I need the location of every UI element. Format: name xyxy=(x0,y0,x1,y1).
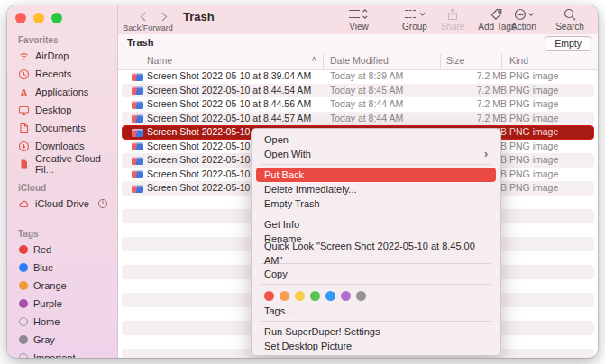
blue-tag-dot xyxy=(19,263,28,272)
sidebar-item-label: Recents xyxy=(35,68,71,79)
sidebar-item-creative-cloud[interactable]: Creative Cloud Fil... xyxy=(7,155,117,173)
group-control[interactable]: Group xyxy=(395,7,435,32)
close-button[interactable] xyxy=(15,13,26,23)
file-kind: PNG image xyxy=(509,112,558,126)
sidebar-item-documents[interactable]: Documents xyxy=(7,119,117,137)
menu-item-label: Open With xyxy=(264,147,311,161)
share-control[interactable]: Share xyxy=(435,7,471,32)
airdrop-icon xyxy=(18,50,30,62)
purple-tag-swatch[interactable] xyxy=(341,291,351,301)
png-thumbnail-icon xyxy=(132,185,143,193)
menu-separator xyxy=(261,164,491,165)
menu-separator xyxy=(261,321,491,322)
sidebar-item-label: Applications xyxy=(35,86,88,97)
recents-icon xyxy=(18,68,30,80)
png-thumbnail-icon xyxy=(132,170,143,178)
menu-item-put-back[interactable]: Put Back xyxy=(256,168,496,182)
menu-item-delete-immediately[interactable]: Delete Immediately... xyxy=(252,182,500,196)
blue-tag-swatch[interactable] xyxy=(325,291,335,301)
sidebar-item-applications[interactable]: A Applications xyxy=(7,83,117,101)
sidebar-item-label: Blue xyxy=(33,262,53,273)
context-menu: Open Open With › Put Back Delete Immedia… xyxy=(251,128,501,356)
sidebar-item-desktop[interactable]: Desktop xyxy=(7,101,117,119)
file-kind: PNG image xyxy=(509,153,558,168)
column-name[interactable]: Name xyxy=(147,54,172,68)
menu-item-open[interactable]: Open xyxy=(252,132,500,147)
table-row[interactable]: Screen Shot 2022-05-10 at 8.44.56 AM Tod… xyxy=(118,97,598,112)
menu-item-quick-look[interactable]: Quick Look "Screen Shot 2022-05-10 at 8.… xyxy=(252,246,500,260)
sidebar-tag-red[interactable]: Red xyxy=(7,241,117,259)
table-row[interactable]: Screen Shot 2022-05-10 at 8.39.04 AM Tod… xyxy=(118,69,598,84)
minimize-button[interactable] xyxy=(33,13,44,23)
sidebar-tag-purple[interactable]: Purple xyxy=(7,295,117,313)
menu-item-empty-trash[interactable]: Empty Trash xyxy=(252,196,500,211)
search-control[interactable]: Search xyxy=(549,7,591,32)
sidebar-tag-home[interactable]: Home xyxy=(7,313,117,331)
sidebar-item-airdrop[interactable]: AirDrop xyxy=(7,47,117,65)
sidebar-item-label: Important xyxy=(33,352,75,358)
zoom-button[interactable] xyxy=(51,13,62,23)
sidebar-item-downloads[interactable]: Downloads xyxy=(7,137,117,155)
downloads-icon xyxy=(18,141,30,152)
file-name: Screen Shot 2022-05-10 at 8.39.04 AM xyxy=(147,69,311,84)
menu-item-set-desktop-picture[interactable]: Set Desktop Picture xyxy=(252,339,500,353)
group-label: Group xyxy=(395,22,435,32)
sidebar-item-label: iCloud Drive xyxy=(35,198,89,209)
sidebar-tag-important[interactable]: Important xyxy=(7,349,117,358)
column-kind[interactable]: Kind xyxy=(509,54,528,68)
sidebar-item-icloud-drive[interactable]: iCloud Drive xyxy=(7,195,117,213)
sort-ascending-icon: ∧ xyxy=(311,54,317,63)
finder-window: Favorites AirDrop Recents A Applications… xyxy=(7,5,598,358)
file-kind: PNG image xyxy=(509,181,558,196)
menu-item-copy[interactable]: Copy xyxy=(252,267,500,281)
desktop-icon xyxy=(18,105,30,116)
icloud-drive-icon xyxy=(18,198,30,210)
column-divider[interactable] xyxy=(501,54,502,68)
png-thumbnail-icon xyxy=(132,157,143,165)
applications-icon: A xyxy=(18,86,30,98)
back-button[interactable] xyxy=(136,9,149,23)
column-header: Name ∧ Date Modified Size Kind xyxy=(118,52,598,70)
red-tag-swatch[interactable] xyxy=(264,291,274,301)
file-kind: PNG image xyxy=(509,140,558,154)
png-thumbnail-icon xyxy=(132,142,143,150)
forward-button[interactable] xyxy=(158,9,170,23)
sidebar-tag-blue[interactable]: Blue xyxy=(7,259,117,277)
yellow-tag-swatch[interactable] xyxy=(295,291,305,301)
sidebar-item-label: AirDrop xyxy=(35,50,69,61)
sidebar-item-label: Red xyxy=(33,244,51,255)
sidebar-item-recents[interactable]: Recents xyxy=(7,65,117,83)
png-thumbnail-icon xyxy=(132,129,143,137)
sidebar-tag-gray[interactable]: Gray xyxy=(7,331,117,349)
column-divider[interactable] xyxy=(440,54,441,68)
traffic-lights xyxy=(15,13,62,23)
orange-tag-swatch[interactable] xyxy=(280,291,289,301)
menu-item-get-info[interactable]: Get Info xyxy=(252,217,500,232)
file-kind: PNG image xyxy=(509,125,558,140)
file-size: 7.2 MB xyxy=(440,112,507,126)
table-row[interactable]: Screen Shot 2022-05-10 at 8.44.54 AM Tod… xyxy=(118,84,598,98)
window-title: Trash xyxy=(183,10,215,23)
menu-item-open-with[interactable]: Open With › xyxy=(252,147,500,161)
png-thumbnail-icon xyxy=(132,86,143,95)
column-divider[interactable] xyxy=(323,54,324,68)
file-size: 7.2 MB xyxy=(440,97,507,112)
green-tag-swatch[interactable] xyxy=(310,291,320,301)
view-control[interactable]: View xyxy=(339,7,379,32)
share-label: Share xyxy=(435,22,471,32)
png-thumbnail-icon xyxy=(132,73,143,81)
menu-item-run-superduper[interactable]: Run SuperDuper! Settings xyxy=(252,324,500,339)
share-icon xyxy=(435,7,471,21)
menu-item-tags[interactable]: Tags... xyxy=(252,304,500,318)
table-row[interactable]: Screen Shot 2022-05-10 at 8.44.57 AM Tod… xyxy=(118,112,598,126)
sidebar-item-label: Home xyxy=(33,316,60,327)
submenu-arrow-icon: › xyxy=(484,147,488,161)
list-view-icon xyxy=(339,7,379,21)
column-date-modified[interactable]: Date Modified xyxy=(330,54,389,68)
column-size[interactable]: Size xyxy=(446,54,464,68)
action-control[interactable]: Action xyxy=(504,7,544,32)
png-thumbnail-icon xyxy=(132,101,143,109)
empty-trash-button[interactable]: Empty xyxy=(545,36,591,51)
gray-tag-swatch[interactable] xyxy=(356,291,366,301)
sidebar-tag-orange[interactable]: Orange xyxy=(7,277,117,295)
